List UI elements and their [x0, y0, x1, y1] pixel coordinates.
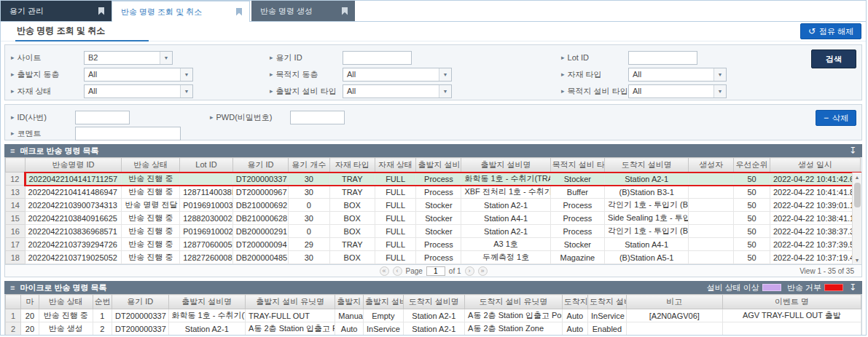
cell: 30 — [289, 173, 330, 186]
chevron-down-icon: ▼ — [439, 68, 451, 81]
cell: 0 — [289, 225, 330, 238]
first-page-button[interactable]: « — [379, 266, 388, 276]
micro-section-title: 마이크로 반송 명령 목록 — [20, 282, 106, 293]
column-header: 반송 상태 — [122, 158, 180, 173]
bullet-icon: ▸ — [11, 130, 15, 137]
cell: Auto — [335, 322, 364, 336]
cell: DB200000485 — [232, 251, 288, 264]
bullet-icon: ▸ — [11, 54, 15, 61]
scroll-up-icon[interactable]: ▲ — [855, 173, 860, 181]
chevron-down-icon: ▼ — [180, 85, 192, 98]
cell: FULL — [375, 212, 416, 225]
cell: 2022-04-22 10:38:37.360 — [770, 225, 860, 238]
cell — [180, 173, 233, 186]
table-row[interactable]: 1320220422104141486947반송 진행 중12871140038… — [6, 186, 861, 199]
column-header: 출발지 설비명 — [461, 158, 550, 173]
table-row[interactable]: 220반송 생성2DT200000337Station A2-1A동 2층 St… — [6, 322, 861, 336]
password-input[interactable] — [290, 111, 345, 124]
macro-table: 반송명령 ID반송 상태Lot ID용기 ID용기 개수자재 타입자재 상태출발… — [5, 157, 861, 264]
cell: DT200000967 — [232, 186, 288, 199]
cell: FULL — [375, 199, 416, 212]
cell: 30 — [289, 212, 330, 225]
cell: DT200000337 — [232, 173, 288, 186]
bookmark-icon[interactable] — [236, 8, 242, 16]
cell: Stocker — [550, 173, 604, 186]
column-header: 반송 상태 — [39, 295, 93, 309]
cell: DT200000094 — [232, 238, 288, 251]
row-number-cell: 12 — [6, 173, 26, 186]
row-number-cell: 14 — [6, 199, 26, 212]
cell: 50 — [734, 225, 770, 238]
material-state-select[interactable]: All▼ — [84, 84, 193, 98]
cell: 50 — [734, 251, 770, 264]
tab-transfer-query-cancel[interactable]: 반송 명령 조회 및 취소 — [112, 1, 250, 22]
material-type-select[interactable]: All▼ — [628, 68, 727, 82]
source-floor-select[interactable]: All▼ — [84, 68, 193, 82]
cell: Stocker — [550, 238, 604, 251]
bookmark-icon[interactable] — [98, 7, 104, 15]
vertical-scrollbar[interactable]: ▲ ▼ — [852, 173, 861, 264]
last-page-button[interactable]: » — [478, 266, 488, 276]
filter-label: 출발지 동층 — [17, 69, 60, 80]
cell: 20220422103739294726 — [25, 238, 122, 251]
scroll-down-icon[interactable]: ▼ — [855, 255, 860, 264]
release-occupancy-button[interactable]: ↺ 점유 해제 — [800, 23, 861, 39]
cell: 2022-04-22 10:38:41.133 — [770, 212, 860, 225]
column-header: 비고 — [626, 295, 722, 309]
employee-id-input[interactable] — [75, 111, 130, 124]
cell — [689, 212, 734, 225]
table-row[interactable]: 120반송 진행 중1DT200000337화학동 1호 - 수취기(TRAYT… — [6, 309, 861, 322]
bookmark-icon[interactable] — [342, 7, 348, 15]
id-label: ID(사번) — [17, 112, 47, 123]
cell: Buffer — [550, 186, 604, 199]
download-icon[interactable]: ↧ — [849, 146, 856, 156]
cell: P0196910003B — [180, 199, 233, 212]
cell: AGV TRAY-FULL OUT 출발 — [722, 309, 861, 322]
cell: Process — [550, 199, 604, 212]
row-number-cell: 1 — [6, 309, 21, 322]
page-input[interactable] — [426, 266, 445, 276]
cell: 반송 진행 중 — [122, 251, 180, 264]
table-row[interactable]: 1620220422103836968571반송 진행 중P0196910002… — [6, 225, 861, 238]
next-page-button[interactable]: › — [465, 266, 474, 276]
scrollbar-thumb[interactable] — [854, 183, 861, 207]
page-label: Page — [405, 267, 422, 275]
lot-id-input[interactable] — [628, 51, 697, 65]
search-button[interactable]: 검색 — [811, 49, 856, 68]
filter-container-id: ▸용기 ID — [270, 49, 561, 66]
cell: 각인기 1호 - 투입기 (BOX+D — [605, 199, 689, 212]
cell: 반송 진행 중 — [122, 212, 180, 225]
download-icon[interactable]: ↧ — [849, 282, 856, 293]
prev-page-button[interactable]: ‹ — [392, 266, 402, 276]
table-row[interactable]: 1420220422103900734313반송 명령 전달 완료P019691… — [6, 199, 861, 212]
column-header: 출발지 설 — [335, 295, 364, 309]
cell: 화학동 1호 - 수취기(TRAY — [168, 309, 246, 322]
table-row[interactable]: 1220220422104141711257반송 진행 중DT200000337… — [6, 173, 861, 186]
column-header: 생성 일시 — [770, 158, 860, 173]
container-id-input[interactable] — [343, 51, 412, 65]
source-equip-type-select[interactable]: All▼ — [343, 84, 452, 98]
comment-input[interactable] — [75, 127, 181, 140]
micro-grid: 마반송 상태순번용기 ID출발지 설비명출발지 설비 유닛명출발지 설출발지 설… — [4, 294, 862, 336]
tab-container-management[interactable]: 용기 관리 — [1, 1, 112, 21]
dest-equip-type-select[interactable]: All▼ — [628, 84, 727, 98]
tab-transfer-create[interactable]: 반송 명령 생성 — [251, 1, 355, 21]
cell: 50 — [734, 199, 770, 212]
table-row[interactable]: 1520220422103840916625반송 진행 중12882030002… — [6, 212, 861, 225]
table-row[interactable]: 1820220422103719025052반송 진행 중12827260008… — [6, 251, 861, 264]
legend-swatch-red — [824, 284, 843, 291]
dest-floor-select[interactable]: All▼ — [343, 68, 452, 82]
cell: 20 — [21, 322, 39, 336]
cell: 20220422103719025052 — [25, 251, 122, 264]
cell: XBF 전처리 1호 - 수취기(TR — [461, 186, 550, 199]
cell: TRAY — [329, 173, 375, 186]
filter-label: 목적지 동층 — [276, 69, 318, 80]
filter-label: 출발지 설비 타입 — [276, 86, 337, 97]
cell: Magazine — [550, 251, 604, 264]
title-bar: 반송 명령 조회 및 취소 ↺ 점유 해제 — [1, 22, 866, 41]
site-select[interactable]: B2▼ — [84, 51, 173, 65]
cell — [689, 186, 734, 199]
tab-label: 반송 명령 조회 및 취소 — [121, 7, 202, 17]
delete-button[interactable]: − 삭제 — [816, 110, 856, 126]
table-row[interactable]: 1720220422103739294726반송 진행 중12877060005… — [6, 238, 861, 251]
